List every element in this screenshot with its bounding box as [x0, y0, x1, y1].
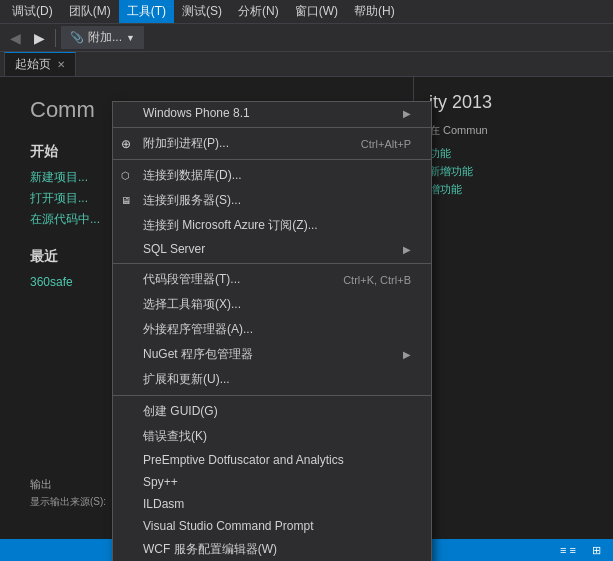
- attach-process-shortcut: Ctrl+Alt+P: [341, 138, 411, 150]
- statusbar-grid-icon[interactable]: ⊞: [588, 544, 605, 557]
- attach-label: 附加...: [88, 29, 122, 46]
- output-label: 输出: [30, 477, 106, 492]
- menu-ildasm-label: ILDasm: [143, 497, 184, 511]
- submenu-arrow: ▶: [403, 108, 411, 119]
- nuget-submenu-arrow: ▶: [403, 349, 411, 360]
- content-area: Comm 开始 新建项目... 打开项目... 在源代码中... 最近 360s…: [0, 77, 613, 539]
- menu-sql-server-label: SQL Server: [143, 242, 205, 256]
- menu-vs-prompt-label: Visual Studio Command Prompt: [143, 519, 314, 533]
- menu-ildasm[interactable]: ILDasm: [113, 493, 431, 515]
- statusbar-lines-icon[interactable]: ≡ ≡: [556, 544, 580, 557]
- menu-vs-prompt[interactable]: Visual Studio Command Prompt: [113, 515, 431, 537]
- forward-button[interactable]: ▶: [28, 27, 50, 49]
- menubar-test[interactable]: 测试(S): [174, 0, 230, 23]
- back-button[interactable]: ◀: [4, 27, 26, 49]
- menu-addon-manager[interactable]: 外接程序管理器(A)...: [113, 317, 431, 342]
- menu-nuget-label: NuGet 程序包管理器: [143, 346, 253, 363]
- menubar: 调试(D) 团队(M) 工具(T) 测试(S) 分析(N) 窗口(W) 帮助(H…: [0, 0, 613, 24]
- tools-menu[interactable]: Windows Phone 8.1 ▶ ⊕ 附加到进程(P)... Ctrl+A…: [112, 101, 432, 561]
- toolbar-separator: [55, 29, 56, 47]
- statusbar-right: ≡ ≡ ⊞: [556, 544, 605, 557]
- menu-sep-4: [113, 395, 431, 396]
- connect-db-icon: ⬡: [121, 170, 130, 181]
- menu-snippet-manager-label: 代码段管理器(T)...: [143, 271, 240, 288]
- menu-toolbox-items[interactable]: 选择工具箱项(X)...: [113, 292, 431, 317]
- snippet-manager-shortcut: Ctrl+K, Ctrl+B: [323, 274, 411, 286]
- recent-item-360safe[interactable]: 360safe: [30, 275, 73, 289]
- menu-error-lookup-label: 错误查找(K): [143, 428, 207, 445]
- menu-sep-3: [113, 263, 431, 264]
- menu-connect-server-label: 连接到服务器(S)...: [143, 192, 241, 209]
- menu-spy[interactable]: Spy++: [113, 471, 431, 493]
- menu-attach-process-label: 附加到进程(P)...: [143, 135, 229, 152]
- menu-spy-label: Spy++: [143, 475, 178, 489]
- right-link-0[interactable]: 功能: [429, 146, 598, 161]
- menu-sep-2: [113, 159, 431, 160]
- attach-button[interactable]: 📎 附加... ▼: [61, 26, 144, 49]
- right-panel: ity 2013 在 Commun 功能 新增功能 增功能: [413, 77, 613, 539]
- tab-label: 起始页: [15, 56, 51, 73]
- menu-addon-manager-label: 外接程序管理器(A)...: [143, 321, 253, 338]
- menu-toolbox-items-label: 选择工具箱项(X)...: [143, 296, 241, 313]
- right-panel-title: ity 2013: [429, 92, 598, 113]
- menu-extensions-label: 扩展和更新(U)...: [143, 371, 230, 388]
- menubar-debug[interactable]: 调试(D): [4, 0, 61, 23]
- sql-submenu-arrow: ▶: [403, 244, 411, 255]
- menu-winphone-label: Windows Phone 8.1: [143, 106, 250, 120]
- menu-preemptive-label: PreEmptive Dotfuscator and Analytics: [143, 453, 344, 467]
- menu-wcf-editor[interactable]: WCF 服务配置编辑器(W): [113, 537, 431, 561]
- right-link-1[interactable]: 新增功能: [429, 164, 598, 179]
- connect-server-icon: 🖥: [121, 195, 131, 206]
- menu-connect-db[interactable]: ⬡ 连接到数据库(D)...: [113, 163, 431, 188]
- menu-create-guid[interactable]: 创建 GUID(G): [113, 399, 431, 424]
- tab-close-icon[interactable]: ✕: [57, 59, 65, 70]
- menu-error-lookup[interactable]: 错误查找(K): [113, 424, 431, 449]
- tab-startpage[interactable]: 起始页 ✕: [4, 52, 76, 76]
- menu-preemptive[interactable]: PreEmptive Dotfuscator and Analytics: [113, 449, 431, 471]
- menu-wcf-editor-label: WCF 服务配置编辑器(W): [143, 541, 277, 558]
- toolbar: ◀ ▶ 📎 附加... ▼: [0, 24, 613, 52]
- menu-connect-server[interactable]: 🖥 连接到服务器(S)...: [113, 188, 431, 213]
- output-area: 输出 显示输出来源(S):: [30, 477, 106, 509]
- menu-snippet-manager[interactable]: 代码段管理器(T)... Ctrl+K, Ctrl+B: [113, 267, 431, 292]
- attach-dropdown-icon: ▼: [126, 33, 135, 43]
- menu-sep-1: [113, 127, 431, 128]
- menubar-tools[interactable]: 工具(T): [119, 0, 174, 23]
- menu-connect-azure-label: 连接到 Microsoft Azure 订阅(Z)...: [143, 217, 318, 234]
- attach-process-icon: ⊕: [121, 137, 131, 151]
- menu-sql-server[interactable]: SQL Server ▶: [113, 238, 431, 260]
- menubar-window[interactable]: 窗口(W): [287, 0, 346, 23]
- menubar-analyze[interactable]: 分析(N): [230, 0, 287, 23]
- menu-create-guid-label: 创建 GUID(G): [143, 403, 218, 420]
- menubar-help[interactable]: 帮助(H): [346, 0, 403, 23]
- menu-connect-azure[interactable]: 连接到 Microsoft Azure 订阅(Z)...: [113, 213, 431, 238]
- tabbar: 起始页 ✕: [0, 52, 613, 77]
- menu-nuget[interactable]: NuGet 程序包管理器 ▶: [113, 342, 431, 367]
- menu-winphone[interactable]: Windows Phone 8.1 ▶: [113, 102, 431, 124]
- output-source-label: 显示输出来源(S):: [30, 495, 106, 509]
- right-panel-subtitle: 在 Commun: [429, 123, 598, 138]
- attach-icon: 📎: [70, 31, 84, 44]
- menu-attach-process[interactable]: ⊕ 附加到进程(P)... Ctrl+Alt+P: [113, 131, 431, 156]
- menubar-team[interactable]: 团队(M): [61, 0, 119, 23]
- menu-connect-db-label: 连接到数据库(D)...: [143, 167, 242, 184]
- menu-extensions[interactable]: 扩展和更新(U)...: [113, 367, 431, 392]
- right-link-2[interactable]: 增功能: [429, 182, 598, 197]
